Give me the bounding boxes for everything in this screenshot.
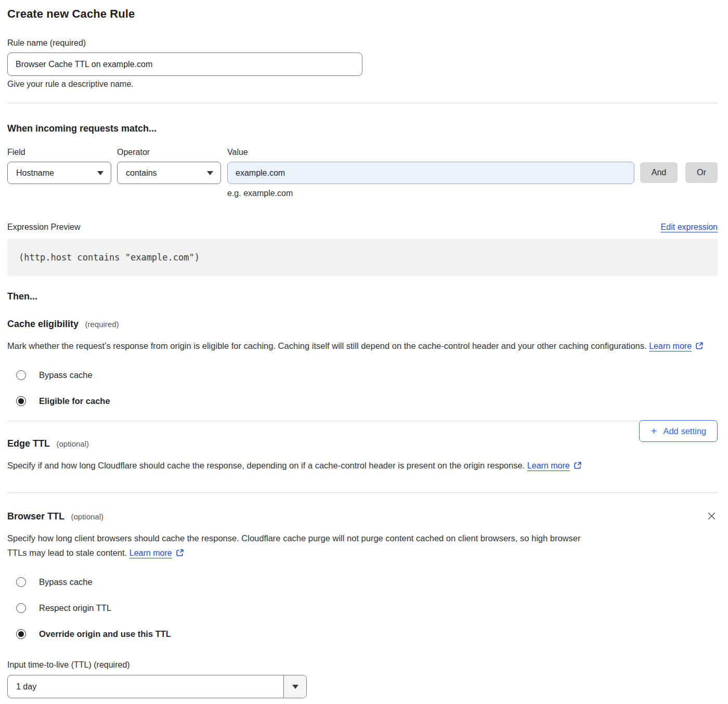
- match-condition-row: Field Hostname Operator contains Value A…: [7, 148, 718, 184]
- edge-ttl-heading: Edge TTL (optional): [7, 438, 718, 449]
- plus-icon: +: [651, 425, 657, 436]
- value-input[interactable]: [227, 162, 634, 184]
- field-select-value: Hostname: [16, 168, 54, 178]
- cache-eligibility-learn-more-link[interactable]: Learn more: [649, 342, 692, 350]
- create-cache-rule-form: Create new Cache Rule Rule name (require…: [0, 0, 728, 704]
- radio-icon[interactable]: [16, 396, 26, 406]
- rule-name-label: Rule name (required): [7, 38, 718, 48]
- expression-code: (http.host contains "example.com"): [19, 252, 200, 263]
- page-title: Create new Cache Rule: [7, 7, 718, 21]
- browser-ttl-qualifier: (optional): [71, 512, 103, 521]
- radio-icon[interactable]: [16, 370, 26, 380]
- edge-ttl-section: + Add setting Edge TTL (optional) Specif…: [7, 421, 718, 474]
- cache-eligibility-title: Cache eligibility: [7, 319, 79, 329]
- divider: [7, 103, 718, 103]
- cache-eligibility-options: Bypass cache Eligible for cache: [7, 370, 718, 406]
- cache-eligibility-heading: Cache eligibility (required): [7, 319, 718, 330]
- cache-eligibility-qualifier: (required): [85, 320, 119, 329]
- ttl-select-arrow-button[interactable]: [283, 675, 306, 698]
- operator-select-value: contains: [126, 168, 157, 178]
- expression-preview-label: Expression Preview: [7, 223, 81, 232]
- radio-icon[interactable]: [16, 577, 26, 587]
- edge-ttl-qualifier: (optional): [56, 439, 89, 448]
- or-button[interactable]: Or: [685, 162, 718, 183]
- value-label: Value: [227, 148, 634, 157]
- browser-ttl-options: Bypass cache Respect origin TTL Override…: [7, 577, 718, 639]
- rule-name-helper: Give your rule a descriptive name.: [7, 80, 718, 89]
- then-heading: Then...: [7, 291, 718, 302]
- ttl-select[interactable]: 1 day: [7, 675, 307, 698]
- radio-bypass-cache[interactable]: Bypass cache: [7, 370, 718, 380]
- edge-ttl-learn-more-link[interactable]: Learn more: [527, 461, 570, 470]
- radio-icon[interactable]: [16, 603, 26, 613]
- cache-eligibility-description: Mark whether the request’s response from…: [7, 338, 704, 354]
- operator-select[interactable]: contains: [117, 162, 221, 184]
- radio-eligible-for-cache[interactable]: Eligible for cache: [7, 396, 718, 406]
- value-helper: e.g. example.com: [227, 189, 718, 198]
- ttl-select-value: 1 day: [8, 675, 283, 698]
- add-setting-button[interactable]: + Add setting: [639, 420, 718, 442]
- radio-respect-origin-ttl[interactable]: Respect origin TTL: [7, 603, 718, 613]
- ttl-input-label: Input time-to-live (TTL) (required): [7, 660, 718, 670]
- edge-ttl-title: Edge TTL: [7, 438, 50, 449]
- radio-override-origin-ttl[interactable]: Override origin and use this TTL: [7, 629, 718, 639]
- radio-bypass-cache-browser[interactable]: Bypass cache: [7, 577, 718, 587]
- browser-ttl-heading: Browser TTL (optional): [7, 511, 718, 522]
- chevron-down-icon: [207, 171, 213, 175]
- operator-label: Operator: [117, 148, 221, 157]
- browser-ttl-section: Browser TTL (optional) Specify how long …: [7, 493, 718, 698]
- edit-expression-link[interactable]: Edit expression: [661, 223, 718, 232]
- rule-name-input[interactable]: [7, 53, 362, 76]
- browser-ttl-description: Specify how long client browsers should …: [7, 531, 590, 561]
- match-section-heading: When incoming requests match...: [7, 123, 718, 134]
- radio-icon[interactable]: [16, 629, 26, 639]
- external-link-icon: [574, 462, 582, 471]
- chevron-down-icon: [97, 171, 103, 175]
- browser-ttl-title: Browser TTL: [7, 511, 64, 522]
- field-label: Field: [7, 148, 111, 157]
- close-browser-ttl-button[interactable]: [706, 510, 718, 524]
- close-icon: [707, 515, 717, 523]
- and-button[interactable]: And: [640, 162, 678, 183]
- browser-ttl-learn-more-link[interactable]: Learn more: [129, 549, 172, 557]
- external-link-icon: [695, 342, 704, 351]
- field-select[interactable]: Hostname: [7, 162, 111, 184]
- edge-ttl-description: Specify if and how long Cloudflare shoul…: [7, 458, 605, 474]
- expression-code-block: (http.host contains "example.com"): [7, 239, 718, 276]
- external-link-icon: [176, 549, 184, 558]
- chevron-down-icon: [292, 685, 298, 689]
